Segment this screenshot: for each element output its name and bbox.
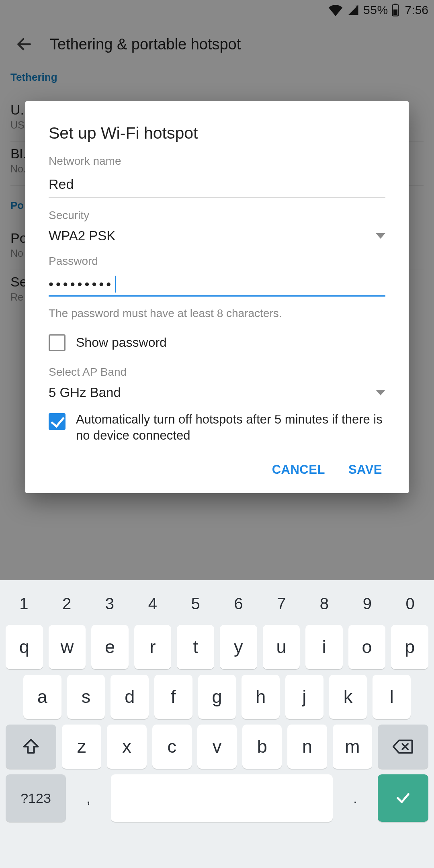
key-8[interactable]: 8 xyxy=(303,587,345,621)
key-f[interactable]: f xyxy=(154,675,192,719)
key-n[interactable]: n xyxy=(287,725,327,769)
key-b[interactable]: b xyxy=(242,725,282,769)
shift-icon xyxy=(22,737,40,756)
key-e[interactable]: e xyxy=(91,625,129,669)
ap-band-dropdown[interactable]: 5 GHz Band xyxy=(49,385,385,400)
key-a[interactable]: a xyxy=(23,675,61,719)
hotspot-setup-dialog: Set up Wi-Fi hotspot Network name Securi… xyxy=(25,101,409,493)
security-dropdown[interactable]: WPA2 PSK xyxy=(49,228,385,244)
period-key[interactable]: . xyxy=(338,774,372,822)
security-label: Security xyxy=(49,209,385,222)
key-j[interactable]: j xyxy=(285,675,323,719)
key-z[interactable]: z xyxy=(62,725,101,769)
key-r[interactable]: r xyxy=(134,625,172,669)
key-6[interactable]: 6 xyxy=(217,587,259,621)
key-1[interactable]: 1 xyxy=(3,587,45,621)
dialog-title: Set up Wi-Fi hotspot xyxy=(49,124,385,143)
key-m[interactable]: m xyxy=(333,725,372,769)
key-0[interactable]: 0 xyxy=(389,587,431,621)
text-cursor xyxy=(115,276,116,293)
key-p[interactable]: p xyxy=(391,625,428,669)
check-icon xyxy=(392,790,414,806)
key-h[interactable]: h xyxy=(242,675,280,719)
key-g[interactable]: g xyxy=(198,675,236,719)
key-y[interactable]: y xyxy=(220,625,257,669)
symbols-key[interactable]: ?123 xyxy=(6,774,66,822)
key-5[interactable]: 5 xyxy=(175,587,217,621)
network-name-input[interactable] xyxy=(49,174,385,198)
key-d[interactable]: d xyxy=(111,675,149,719)
key-i[interactable]: i xyxy=(305,625,343,669)
key-s[interactable]: s xyxy=(67,675,105,719)
key-2[interactable]: 2 xyxy=(46,587,88,621)
key-o[interactable]: o xyxy=(348,625,386,669)
show-password-label: Show password xyxy=(76,334,167,351)
key-k[interactable]: k xyxy=(329,675,367,719)
key-q[interactable]: q xyxy=(6,625,43,669)
chevron-down-icon xyxy=(376,390,385,395)
auto-off-checkbox[interactable] xyxy=(49,413,66,430)
key-3[interactable]: 3 xyxy=(89,587,131,621)
show-password-checkbox[interactable] xyxy=(49,334,66,351)
ap-band-label: Select AP Band xyxy=(49,366,385,379)
key-t[interactable]: t xyxy=(177,625,214,669)
backspace-icon xyxy=(393,739,414,755)
key-u[interactable]: u xyxy=(263,625,300,669)
chevron-down-icon xyxy=(376,233,385,239)
key-v[interactable]: v xyxy=(197,725,237,769)
network-name-label: Network name xyxy=(49,155,385,168)
shift-key[interactable] xyxy=(6,725,56,769)
key-7[interactable]: 7 xyxy=(260,587,302,621)
save-button[interactable]: SAVE xyxy=(348,463,382,477)
spacebar-key[interactable] xyxy=(111,774,333,822)
enter-key[interactable] xyxy=(378,774,428,822)
key-x[interactable]: x xyxy=(107,725,146,769)
password-label: Password xyxy=(49,255,385,268)
auto-off-label: Automatically turn off hotspots after 5 … xyxy=(76,411,385,444)
key-4[interactable]: 4 xyxy=(132,587,174,621)
backspace-key[interactable] xyxy=(378,725,428,769)
comma-key[interactable]: , xyxy=(72,774,105,822)
key-l[interactable]: l xyxy=(373,675,411,719)
password-hint: The password must have at least 8 charac… xyxy=(49,307,385,320)
cancel-button[interactable]: CANCEL xyxy=(272,463,325,477)
key-9[interactable]: 9 xyxy=(346,587,388,621)
on-screen-keyboard: 1234567890 qwertyuiop asdfghjkl zxcvbnm … xyxy=(0,580,434,868)
password-input[interactable]: ••••••••• xyxy=(49,274,385,297)
key-w[interactable]: w xyxy=(49,625,86,669)
key-c[interactable]: c xyxy=(152,725,192,769)
